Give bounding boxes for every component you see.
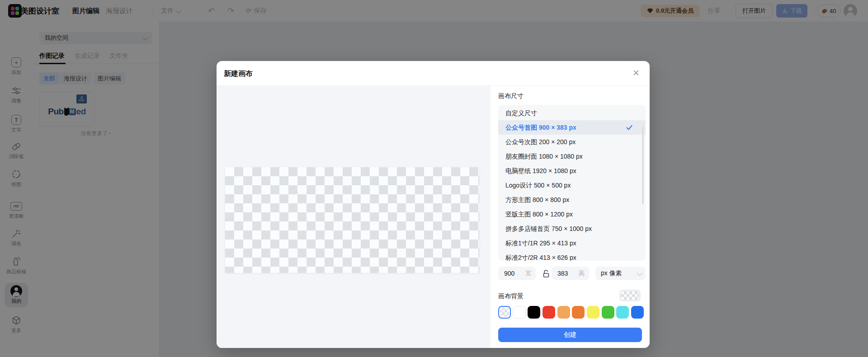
preset-square-main[interactable]: 方形主图 800 × 800 px [498,193,646,207]
close-icon[interactable]: ✕ [630,67,642,79]
swatch-red[interactable] [542,306,555,319]
dialog-header: 新建画布 ✕ [217,61,650,86]
new-canvas-dialog: 新建画布 ✕ 画布尺寸 自定义尺寸 公众号首图 900 × 383 px 公众号… [217,61,650,348]
swatch-blue[interactable] [631,306,644,319]
background-color-swatches [498,306,644,319]
height-input[interactable]: 383 高 [552,267,589,280]
preset-1inch[interactable]: 标准1寸/1R 295 × 413 px [498,236,646,250]
swatch-peach[interactable] [557,306,570,319]
background-section-label: 画布背景 [498,292,524,301]
preset-pdd-store[interactable]: 拼多多店铺首页 750 × 1000 px [498,221,646,236]
swatch-green[interactable] [602,306,614,319]
preset-2inch[interactable]: 标准2寸/2R 413 × 626 px [498,250,646,261]
size-section-label: 画布尺寸 [498,92,524,100]
background-preview-swatch[interactable] [619,290,641,301]
preset-moments-cover[interactable]: 朋友圈封面 1080 × 1080 px [498,149,646,164]
canvas-preview-area [217,86,491,348]
swatch-black[interactable] [528,306,540,319]
chevron-down-icon [637,270,643,276]
canvas-settings-panel: 画布尺寸 自定义尺寸 公众号首图 900 × 383 px 公众号次图 200 … [491,86,650,348]
preset-wallpaper[interactable]: 电脑壁纸 1920 × 1080 px [498,164,646,178]
swatch-yellow[interactable] [587,306,599,319]
unlock-ratio-icon[interactable] [541,268,551,278]
transparent-canvas-preview [225,167,479,273]
preset-logo[interactable]: Logo设计 500 × 500 px [498,178,646,193]
swatch-white[interactable] [513,306,526,319]
dialog-title: 新建画布 [224,69,253,79]
preset-mp-secondary[interactable]: 公众号次图 200 × 200 px [498,135,646,149]
preset-custom[interactable]: 自定义尺寸 [498,106,646,120]
swatch-orange[interactable] [572,306,585,319]
app-window: 美图设计室 图片编辑 海报设计 文件 ↶ ↷ ⟳ 保存 0.9元开通会员 分享 … [0,0,868,357]
create-button[interactable]: 创建 [498,328,642,342]
swatch-transparent[interactable] [498,306,511,319]
preset-portrait-main[interactable]: 竖版主图 800 × 1200 px [498,207,646,221]
check-icon [626,124,633,131]
unit-dropdown[interactable]: px 像素 [595,267,646,280]
preset-mp-cover-selected[interactable]: 公众号首图 900 × 383 px [498,120,646,135]
width-input[interactable]: 900 宽 [498,267,536,280]
size-preset-list: 自定义尺寸 公众号首图 900 × 383 px 公众号次图 200 × 200… [498,105,646,261]
swatch-cyan[interactable] [616,306,629,319]
size-list-scrollbar[interactable] [642,127,644,204]
